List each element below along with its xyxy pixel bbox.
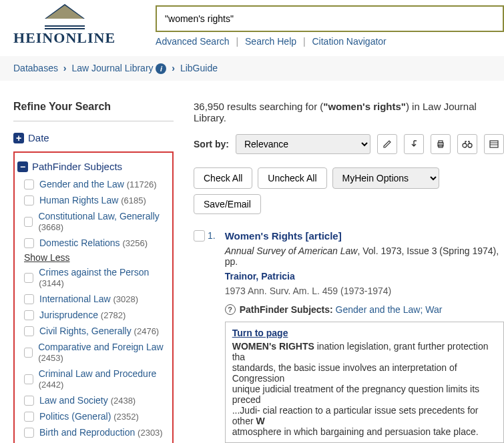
facet-label[interactable]: Crimes against the Person (3144)	[39, 267, 170, 288]
logo[interactable]: HEINONLINE	[13, 5, 115, 47]
print-icon[interactable]	[431, 134, 451, 154]
facet-checkbox[interactable]	[24, 217, 33, 227]
facet-item[interactable]: Crimes against the Person (3144)	[17, 264, 170, 291]
binoculars-icon[interactable]	[457, 134, 477, 154]
svg-point-4	[468, 143, 472, 147]
facet-checkbox[interactable]	[24, 273, 33, 283]
facet-checkbox[interactable]	[24, 195, 34, 205]
download-icon[interactable]	[404, 134, 424, 154]
facet-item[interactable]: Marriage and Couples (2206)	[17, 440, 170, 443]
advanced-search-link[interactable]: Advanced Search	[156, 36, 230, 47]
facet-checkbox[interactable]	[24, 396, 34, 406]
facet-item[interactable]: Civil Rights, Generally (2476)	[17, 323, 170, 339]
result-item: 1. Women's Rights [article] Annual Surve…	[194, 230, 504, 443]
result-pathfinder: ? PathFinder Subjects: Gender and the La…	[225, 304, 504, 315]
list-icon[interactable]	[484, 134, 504, 154]
facet-item[interactable]: Law and Society (2438)	[17, 392, 170, 408]
plus-icon: +	[13, 133, 24, 143]
chevron-right-icon: ›	[63, 63, 67, 73]
result-author[interactable]: Trainor, Patricia	[225, 271, 504, 282]
result-citation: 1973 Ann. Surv. Am. L. 459 (1973-1974)	[225, 286, 504, 296]
facet-item[interactable]: Criminal Law and Procedure (2442)	[17, 366, 170, 392]
facet-label[interactable]: Gender and the Law (11726)	[39, 179, 157, 189]
facet-checkbox[interactable]	[24, 412, 34, 422]
facet-pathfinder-header[interactable]: − PathFinder Subjects	[17, 157, 170, 176]
edit-icon[interactable]	[377, 134, 397, 154]
svg-rect-5	[490, 141, 498, 147]
facet-label[interactable]: Constitutional Law, Generally (3668)	[38, 211, 170, 232]
result-title[interactable]: Women's Rights [article]	[225, 230, 504, 242]
facet-label[interactable]: Politics (General) (2352)	[39, 411, 139, 422]
result-snippet: Turn to page WOMEN's RIGHTS ination legi…	[225, 322, 504, 443]
facet-checkbox[interactable]	[24, 179, 34, 189]
check-all-button[interactable]: Check All	[194, 167, 252, 189]
facet-item[interactable]: Gender and the Law (11726)	[17, 176, 170, 192]
facet-label[interactable]: Criminal Law and Procedure (2442)	[39, 368, 170, 390]
result-checkbox[interactable]	[194, 230, 205, 242]
facet-checkbox[interactable]	[24, 238, 34, 248]
facet-checkbox[interactable]	[24, 294, 34, 304]
question-icon[interactable]: ?	[225, 304, 236, 315]
sidebar-title: Refine Your Search	[13, 101, 174, 113]
facet-label[interactable]: International Law (3028)	[39, 294, 138, 304]
breadcrumb-library[interactable]: Law Journal Library	[71, 63, 153, 73]
facet-checkbox[interactable]	[24, 374, 33, 384]
uncheck-all-button[interactable]: Uncheck All	[258, 167, 326, 189]
search-input[interactable]	[156, 5, 504, 32]
search-help-link[interactable]: Search Help	[245, 36, 296, 47]
sort-select[interactable]: Relevance	[236, 134, 370, 154]
facet-label[interactable]: Civil Rights, Generally (2476)	[39, 326, 159, 336]
facet-checkbox[interactable]	[24, 428, 34, 438]
pathfinder-links[interactable]: Gender and the Law; War	[336, 304, 443, 315]
breadcrumb: Databases › Law Journal Library i › LibG…	[0, 56, 504, 81]
facet-item[interactable]: Human Rights Law (6185)	[17, 192, 170, 208]
breadcrumb-libguide[interactable]: LibGuide	[180, 63, 218, 73]
facet-item[interactable]: Domestic Relations (3256)	[17, 235, 170, 251]
breadcrumb-databases[interactable]: Databases	[13, 63, 58, 73]
facet-label[interactable]: Jurisprudence (2782)	[39, 310, 125, 320]
results-area: 36,950 results searching for ("women's r…	[194, 101, 504, 443]
facet-pathfinder-highlighted: − PathFinder Subjects Gender and the Law…	[13, 151, 174, 443]
chevron-right-icon: ›	[172, 63, 175, 73]
info-icon[interactable]: i	[156, 63, 166, 74]
facet-item[interactable]: International Law (3028)	[17, 291, 170, 307]
facet-checkbox[interactable]	[24, 348, 33, 358]
facet-label[interactable]: Human Rights Law (6185)	[39, 195, 146, 205]
facet-checkbox[interactable]	[24, 310, 34, 320]
sort-label: Sort by:	[194, 139, 229, 149]
facet-label[interactable]: Comparative and Foreign Law (2453)	[38, 342, 170, 363]
facet-item[interactable]: Comparative and Foreign Law (2453)	[17, 339, 170, 366]
facet-checkbox[interactable]	[24, 326, 34, 336]
facet-date[interactable]: + Date	[13, 128, 174, 147]
svg-point-3	[463, 143, 467, 147]
save-email-button[interactable]: Save/Email	[194, 194, 261, 214]
facet-label[interactable]: Law and Society (2438)	[39, 395, 136, 406]
facet-label[interactable]: Birth and Reproduction (2303)	[39, 427, 163, 438]
myhein-select[interactable]: MyHein Options	[332, 167, 439, 189]
facet-item[interactable]: Birth and Reproduction (2303)	[17, 424, 170, 440]
facet-label[interactable]: Domestic Relations (3256)	[39, 238, 148, 248]
result-meta: Annual Survey of American Law, Vol. 1973…	[225, 246, 504, 267]
citation-navigator-link[interactable]: Citation Navigator	[312, 36, 386, 47]
facet-item[interactable]: Constitutional Law, Generally (3668)	[17, 208, 170, 235]
svg-rect-1	[439, 141, 443, 143]
logo-text: HEINONLINE	[13, 29, 115, 47]
show-less-link[interactable]: Show Less	[17, 251, 170, 264]
turn-to-page-link[interactable]: Turn to page	[232, 328, 497, 338]
results-count: 36,950 results searching for ("women's r…	[194, 101, 504, 123]
minus-icon: −	[17, 161, 28, 172]
sidebar: Refine Your Search + Date − PathFinder S…	[13, 101, 174, 443]
facet-item[interactable]: Politics (General) (2352)	[17, 408, 170, 424]
result-number: 1.	[208, 230, 216, 241]
facet-item[interactable]: Jurisprudence (2782)	[17, 307, 170, 323]
